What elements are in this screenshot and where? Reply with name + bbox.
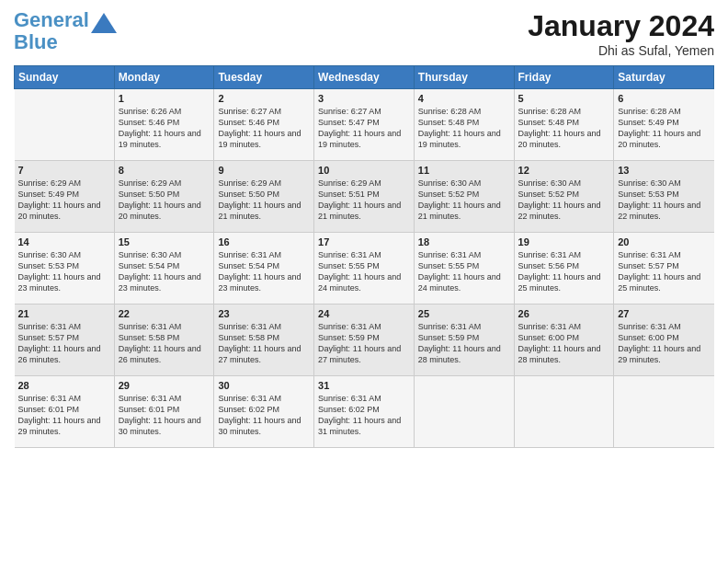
month-title: January 2024 bbox=[528, 9, 714, 43]
day-number: 22 bbox=[119, 308, 210, 319]
day-number: 31 bbox=[318, 380, 410, 391]
day-info: Sunrise: 6:28 AMSunset: 5:48 PMDaylight:… bbox=[418, 106, 510, 151]
col-wednesday: Wednesday bbox=[314, 66, 415, 89]
day-number: 29 bbox=[119, 380, 210, 391]
table-row: 19 Sunrise: 6:31 AMSunset: 5:56 PMDaylig… bbox=[514, 233, 614, 304]
table-row: 11 Sunrise: 6:30 AMSunset: 5:52 PMDaylig… bbox=[414, 161, 514, 233]
day-number: 13 bbox=[618, 165, 710, 176]
day-info: Sunrise: 6:29 AMSunset: 5:51 PMDaylight:… bbox=[318, 178, 410, 223]
table-row: 31 Sunrise: 6:31 AMSunset: 6:02 PMDaylig… bbox=[314, 376, 415, 448]
day-info: Sunrise: 6:28 AMSunset: 5:49 PMDaylight:… bbox=[618, 106, 710, 151]
svg-marker-0 bbox=[91, 13, 117, 33]
day-number: 10 bbox=[318, 165, 410, 176]
day-info: Sunrise: 6:31 AMSunset: 5:59 PMDaylight:… bbox=[418, 321, 510, 366]
day-number: 12 bbox=[518, 165, 610, 176]
day-number: 11 bbox=[418, 165, 510, 176]
day-info: Sunrise: 6:31 AMSunset: 6:01 PMDaylight:… bbox=[119, 393, 210, 438]
table-row: 30 Sunrise: 6:31 AMSunset: 6:02 PMDaylig… bbox=[214, 376, 314, 448]
day-info: Sunrise: 6:28 AMSunset: 5:48 PMDaylight:… bbox=[518, 106, 610, 151]
logo-blue: Blue bbox=[14, 30, 58, 53]
table-row: 28 Sunrise: 6:31 AMSunset: 6:01 PMDaylig… bbox=[15, 376, 115, 448]
logo-text: General Blue bbox=[14, 9, 89, 53]
logo: General Blue bbox=[14, 9, 117, 53]
location: Dhi as Sufal, Yemen bbox=[528, 43, 714, 58]
table-row: 9 Sunrise: 6:29 AMSunset: 5:50 PMDayligh… bbox=[214, 161, 314, 233]
title-block: January 2024 Dhi as Sufal, Yemen bbox=[528, 9, 714, 58]
day-number: 5 bbox=[518, 93, 610, 104]
day-info: Sunrise: 6:27 AMSunset: 5:47 PMDaylight:… bbox=[318, 106, 410, 151]
day-number: 16 bbox=[218, 236, 310, 247]
day-info: Sunrise: 6:30 AMSunset: 5:53 PMDaylight:… bbox=[618, 178, 710, 223]
day-info: Sunrise: 6:30 AMSunset: 5:52 PMDaylight:… bbox=[418, 178, 510, 223]
day-number: 2 bbox=[218, 93, 310, 104]
logo-icon bbox=[91, 13, 117, 33]
table-row: 2 Sunrise: 6:27 AMSunset: 5:46 PMDayligh… bbox=[214, 89, 314, 161]
col-monday: Monday bbox=[114, 66, 214, 89]
day-number: 7 bbox=[18, 165, 110, 176]
table-row: 8 Sunrise: 6:29 AMSunset: 5:50 PMDayligh… bbox=[114, 161, 214, 233]
day-info: Sunrise: 6:31 AMSunset: 6:01 PMDaylight:… bbox=[18, 393, 110, 438]
col-tuesday: Tuesday bbox=[214, 66, 314, 89]
table-row: 6 Sunrise: 6:28 AMSunset: 5:49 PMDayligh… bbox=[614, 89, 714, 161]
day-info: Sunrise: 6:31 AMSunset: 5:58 PMDaylight:… bbox=[119, 321, 210, 366]
day-number: 17 bbox=[318, 236, 410, 247]
table-row: 15 Sunrise: 6:30 AMSunset: 5:54 PMDaylig… bbox=[114, 233, 214, 304]
day-number: 19 bbox=[518, 236, 610, 247]
day-info: Sunrise: 6:30 AMSunset: 5:52 PMDaylight:… bbox=[518, 178, 610, 223]
day-info: Sunrise: 6:31 AMSunset: 5:57 PMDaylight:… bbox=[618, 249, 710, 294]
table-row: 27 Sunrise: 6:31 AMSunset: 6:00 PMDaylig… bbox=[614, 304, 714, 376]
table-row: 4 Sunrise: 6:28 AMSunset: 5:48 PMDayligh… bbox=[414, 89, 514, 161]
table-row: 20 Sunrise: 6:31 AMSunset: 5:57 PMDaylig… bbox=[614, 233, 714, 304]
day-info: Sunrise: 6:29 AMSunset: 5:50 PMDaylight:… bbox=[119, 178, 210, 223]
day-number: 25 bbox=[418, 308, 510, 319]
day-info: Sunrise: 6:27 AMSunset: 5:46 PMDaylight:… bbox=[218, 106, 310, 151]
table-row: 7 Sunrise: 6:29 AMSunset: 5:49 PMDayligh… bbox=[15, 161, 115, 233]
day-info: Sunrise: 6:31 AMSunset: 6:00 PMDaylight:… bbox=[518, 321, 610, 366]
table-row: 1 Sunrise: 6:26 AMSunset: 5:46 PMDayligh… bbox=[114, 89, 214, 161]
table-row bbox=[614, 376, 714, 448]
table-row: 13 Sunrise: 6:30 AMSunset: 5:53 PMDaylig… bbox=[614, 161, 714, 233]
day-info: Sunrise: 6:31 AMSunset: 5:57 PMDaylight:… bbox=[18, 321, 110, 366]
table-row: 26 Sunrise: 6:31 AMSunset: 6:00 PMDaylig… bbox=[514, 304, 614, 376]
day-number: 23 bbox=[218, 308, 310, 319]
day-info: Sunrise: 6:30 AMSunset: 5:54 PMDaylight:… bbox=[119, 249, 210, 294]
table-row: 29 Sunrise: 6:31 AMSunset: 6:01 PMDaylig… bbox=[114, 376, 214, 448]
day-info: Sunrise: 6:29 AMSunset: 5:49 PMDaylight:… bbox=[18, 178, 110, 223]
day-info: Sunrise: 6:31 AMSunset: 6:02 PMDaylight:… bbox=[218, 393, 310, 438]
day-number: 30 bbox=[218, 380, 310, 391]
day-info: Sunrise: 6:30 AMSunset: 5:53 PMDaylight:… bbox=[18, 249, 110, 294]
day-info: Sunrise: 6:31 AMSunset: 5:56 PMDaylight:… bbox=[518, 249, 610, 294]
table-row: 5 Sunrise: 6:28 AMSunset: 5:48 PMDayligh… bbox=[514, 89, 614, 161]
day-info: Sunrise: 6:26 AMSunset: 5:46 PMDaylight:… bbox=[119, 106, 210, 151]
table-row: 10 Sunrise: 6:29 AMSunset: 5:51 PMDaylig… bbox=[314, 161, 415, 233]
day-number: 24 bbox=[318, 308, 410, 319]
day-number: 4 bbox=[418, 93, 510, 104]
day-info: Sunrise: 6:29 AMSunset: 5:50 PMDaylight:… bbox=[218, 178, 310, 223]
table-row: 18 Sunrise: 6:31 AMSunset: 5:55 PMDaylig… bbox=[414, 233, 514, 304]
day-info: Sunrise: 6:31 AMSunset: 5:58 PMDaylight:… bbox=[218, 321, 310, 366]
table-row: 22 Sunrise: 6:31 AMSunset: 5:58 PMDaylig… bbox=[114, 304, 214, 376]
day-number: 9 bbox=[218, 165, 310, 176]
day-number: 27 bbox=[618, 308, 710, 319]
day-number: 6 bbox=[618, 93, 710, 104]
day-info: Sunrise: 6:31 AMSunset: 5:55 PMDaylight:… bbox=[418, 249, 510, 294]
logo-general: General bbox=[14, 8, 89, 31]
table-row: 25 Sunrise: 6:31 AMSunset: 5:59 PMDaylig… bbox=[414, 304, 514, 376]
day-number: 26 bbox=[518, 308, 610, 319]
day-number: 8 bbox=[119, 165, 210, 176]
table-row: 23 Sunrise: 6:31 AMSunset: 5:58 PMDaylig… bbox=[214, 304, 314, 376]
calendar-body: 1 Sunrise: 6:26 AMSunset: 5:46 PMDayligh… bbox=[15, 89, 714, 448]
day-number: 28 bbox=[18, 380, 110, 391]
day-info: Sunrise: 6:31 AMSunset: 5:54 PMDaylight:… bbox=[218, 249, 310, 294]
day-info: Sunrise: 6:31 AMSunset: 5:55 PMDaylight:… bbox=[318, 249, 410, 294]
col-friday: Friday bbox=[514, 66, 614, 89]
day-info: Sunrise: 6:31 AMSunset: 6:00 PMDaylight:… bbox=[618, 321, 710, 366]
table-row: 24 Sunrise: 6:31 AMSunset: 5:59 PMDaylig… bbox=[314, 304, 415, 376]
main-container: General Blue January 2024 Dhi as Sufal, … bbox=[0, 0, 728, 457]
table-row: 3 Sunrise: 6:27 AMSunset: 5:47 PMDayligh… bbox=[314, 89, 415, 161]
table-row: 21 Sunrise: 6:31 AMSunset: 5:57 PMDaylig… bbox=[15, 304, 115, 376]
table-row: 16 Sunrise: 6:31 AMSunset: 5:54 PMDaylig… bbox=[214, 233, 314, 304]
day-number: 1 bbox=[119, 93, 210, 104]
col-thursday: Thursday bbox=[414, 66, 514, 89]
day-number: 20 bbox=[618, 236, 710, 247]
